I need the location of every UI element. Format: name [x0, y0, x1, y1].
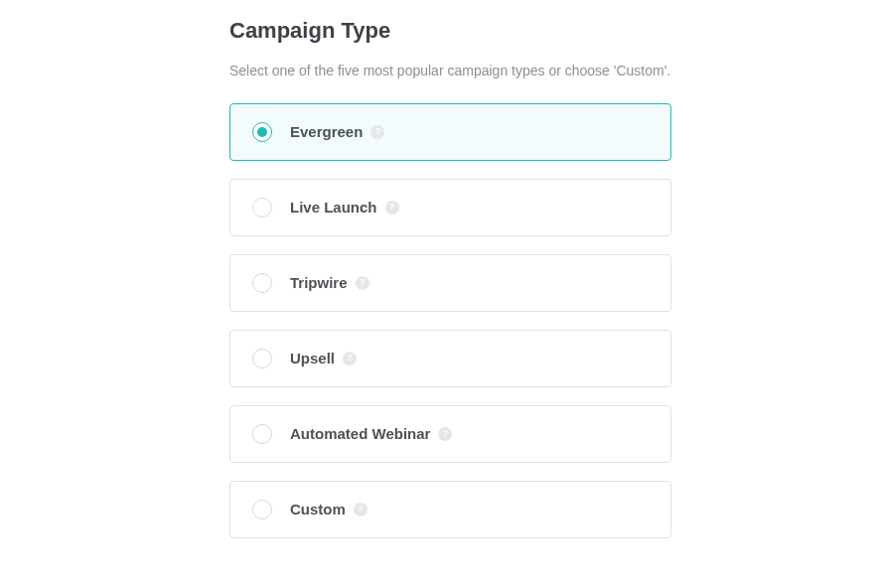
option-live-launch[interactable]: Live Launch ?	[229, 179, 671, 236]
option-label: Custom	[290, 501, 346, 517]
radio-icon	[252, 122, 272, 142]
option-label: Live Launch	[290, 199, 377, 216]
option-tripwire[interactable]: Tripwire ?	[229, 254, 671, 312]
option-label: Automated Webinar	[290, 425, 430, 442]
radio-dot-icon	[257, 127, 267, 137]
radio-icon	[252, 500, 272, 519]
option-custom[interactable]: Custom ?	[229, 481, 671, 538]
help-icon[interactable]: ?	[354, 503, 367, 516]
option-label: Evergreen	[290, 123, 363, 140]
radio-icon	[252, 424, 272, 444]
help-icon[interactable]: ?	[343, 352, 357, 366]
section-subtitle: Select one of the five most popular camp…	[229, 62, 671, 81]
radio-icon	[252, 273, 272, 293]
help-icon[interactable]: ?	[385, 201, 399, 215]
help-icon[interactable]: ?	[356, 276, 369, 290]
option-upsell[interactable]: Upsell ?	[229, 330, 671, 387]
option-label: Upsell	[290, 350, 335, 367]
radio-icon	[252, 198, 272, 218]
help-icon[interactable]: ?	[438, 427, 452, 441]
campaign-type-section: Campaign Type Select one of the five mos…	[229, 18, 671, 538]
section-title: Campaign Type	[229, 18, 671, 44]
option-label: Tripwire	[290, 274, 348, 291]
option-evergreen[interactable]: Evergreen ?	[229, 103, 671, 161]
option-automated-webinar[interactable]: Automated Webinar ?	[229, 405, 671, 463]
radio-icon	[252, 349, 272, 368]
help-icon[interactable]: ?	[370, 125, 384, 139]
